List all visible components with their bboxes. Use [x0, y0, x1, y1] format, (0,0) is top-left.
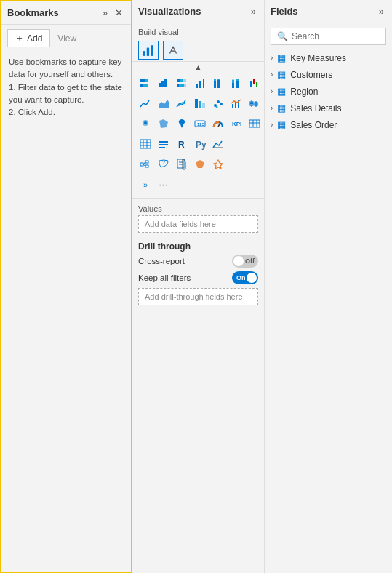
- svg-rect-60: [140, 140, 151, 148]
- svg-rect-77: [177, 159, 184, 168]
- viz-icon-bar-chart[interactable]: [138, 41, 159, 60]
- svg-rect-19: [203, 79, 204, 88]
- svg-rect-26: [232, 79, 234, 80]
- viz-stacked-col[interactable]: [209, 74, 227, 92]
- viz-r-visual[interactable]: R: [173, 135, 191, 153]
- drill-through-label: Drill through: [138, 241, 258, 252]
- svg-rect-65: [159, 141, 168, 143]
- keep-filters-state: On: [236, 274, 246, 281]
- viz-ribbon[interactable]: [191, 95, 209, 112]
- field-group-key-measures[interactable]: › ▦ Key Measures: [265, 49, 392, 66]
- bookmarks-header: Bookmarks » ✕: [1, 1, 131, 25]
- viz-shape-map[interactable]: [191, 156, 209, 173]
- chevron-right-icon-customers: ›: [271, 71, 273, 79]
- viz-combo[interactable]: [228, 95, 245, 112]
- cross-report-toggle[interactable]: Off: [232, 255, 258, 268]
- viz-100-col[interactable]: [228, 74, 245, 92]
- values-drop-field[interactable]: Add data fields here: [138, 215, 258, 233]
- viz-clustered-bar[interactable]: [155, 74, 172, 92]
- svg-rect-73: [145, 165, 148, 167]
- field-group-customers[interactable]: › ▦ Customers: [265, 66, 392, 83]
- drill-drop-field[interactable]: Add drill-through fields here: [138, 288, 258, 305]
- field-group-sales-details[interactable]: › ▦ Sales Details: [265, 100, 392, 116]
- viz-decomp-tree[interactable]: [137, 156, 154, 173]
- svg-marker-51: [159, 119, 168, 128]
- svg-line-54: [218, 123, 220, 127]
- field-group-label-region: Region: [290, 87, 318, 97]
- viz-map[interactable]: [137, 115, 154, 132]
- fields-panel: Fields » 🔍 › ▦ Key Measures › ▦ Customer…: [265, 0, 392, 573]
- svg-rect-41: [235, 102, 236, 108]
- viz-slicer[interactable]: [155, 135, 172, 153]
- svg-text:R: R: [178, 140, 185, 150]
- viz-filled-map[interactable]: [155, 115, 172, 132]
- bookmarks-close-icon[interactable]: ✕: [113, 6, 125, 20]
- scroll-up-arrow[interactable]: ▲: [132, 62, 264, 73]
- svg-rect-33: [195, 99, 198, 108]
- svg-rect-5: [145, 79, 148, 82]
- bookmarks-actions: ＋ Add View: [1, 25, 131, 52]
- chevron-right-icon-region: ›: [271, 87, 273, 95]
- svg-rect-24: [232, 83, 234, 88]
- viz-paginated[interactable]: [173, 156, 191, 173]
- plus-icon: ＋: [15, 32, 24, 44]
- table-icon-region: ▦: [277, 86, 286, 97]
- view-button[interactable]: View: [52, 29, 82, 47]
- field-group-label-key-measures: Key Measures: [290, 53, 346, 63]
- svg-rect-9: [161, 81, 164, 87]
- svg-text:123: 123: [197, 122, 205, 127]
- cross-report-label: Cross-report: [138, 257, 185, 265]
- viz-custom[interactable]: [209, 156, 227, 173]
- viz-table[interactable]: [246, 115, 263, 132]
- viz-waterfall[interactable]: [246, 74, 263, 92]
- viz-kpi[interactable]: KPI: [228, 115, 245, 132]
- viz-double-arrow-icon[interactable]: »: [137, 176, 154, 193]
- field-group-region[interactable]: › ▦ Region: [265, 83, 392, 100]
- svg-rect-1: [147, 48, 149, 56]
- svg-rect-6: [140, 84, 143, 87]
- search-icon: 🔍: [277, 31, 288, 41]
- svg-rect-4: [140, 79, 145, 82]
- svg-text:Py: Py: [196, 140, 206, 150]
- svg-rect-30: [253, 79, 255, 84]
- viz-scatter[interactable]: [209, 95, 227, 112]
- viz-qa[interactable]: ?: [155, 156, 172, 173]
- viz-more-icon[interactable]: ···: [155, 176, 172, 193]
- viz-empty-6: [228, 135, 245, 153]
- viz-gauge[interactable]: [209, 115, 227, 132]
- svg-text:?: ?: [162, 160, 165, 165]
- build-visual-label: Build visual: [132, 23, 264, 38]
- viz-100-bar[interactable]: [173, 74, 191, 92]
- fields-search-box[interactable]: 🔍: [271, 28, 386, 45]
- viz-stacked-bar[interactable]: [137, 74, 154, 92]
- viz-line-chart[interactable]: [137, 95, 154, 112]
- cross-report-knob: [233, 256, 244, 266]
- table-icon-key-measures: ▦: [277, 52, 286, 63]
- viz-column-chart[interactable]: [191, 74, 209, 92]
- fields-expand-icon[interactable]: »: [377, 4, 386, 18]
- viz-card[interactable]: 123: [191, 115, 209, 132]
- svg-rect-56: [249, 120, 260, 127]
- search-input[interactable]: [292, 31, 380, 41]
- viz-matrix[interactable]: [137, 135, 154, 153]
- svg-marker-81: [196, 160, 204, 168]
- field-group-sales-order[interactable]: › ▦ Sales Order: [265, 116, 392, 133]
- viz-empty-last: [228, 156, 245, 173]
- add-button[interactable]: ＋ Add: [7, 29, 50, 47]
- viz-azure-map[interactable]: [173, 115, 191, 132]
- svg-rect-17: [196, 84, 198, 88]
- viz-area-chart[interactable]: [155, 95, 172, 112]
- viz-python-visual[interactable]: Py: [191, 135, 209, 153]
- keep-filters-toggle[interactable]: On: [232, 271, 258, 284]
- bookmarks-header-icons: » ✕: [100, 6, 125, 20]
- field-group-label-sales-order: Sales Order: [290, 120, 337, 130]
- viz-expand-icon[interactable]: »: [249, 4, 258, 18]
- svg-rect-34: [199, 101, 201, 108]
- viz-box-plot[interactable]: [246, 95, 263, 112]
- viz-icon-format[interactable]: [163, 41, 183, 60]
- viz-icon-grid-4: R Py: [132, 134, 264, 154]
- viz-line-clustered-2[interactable]: [209, 135, 227, 153]
- viz-line-clustered[interactable]: [173, 95, 191, 112]
- svg-rect-11: [177, 79, 180, 82]
- bookmarks-expand-icon[interactable]: »: [100, 6, 110, 20]
